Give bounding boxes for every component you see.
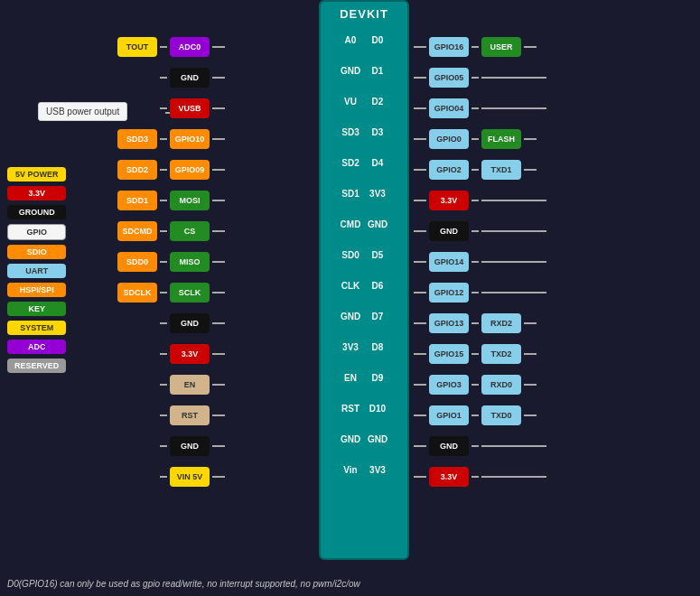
left-inner-chip-8: SCLK (170, 283, 210, 303)
left-line1-0 (160, 46, 167, 48)
left-spacer-11 (117, 375, 157, 395)
right-pin-row-13: GND (414, 431, 546, 461)
right-line3-10 (524, 353, 537, 355)
board-right-label-6: GND (364, 219, 391, 229)
left-spacer-9 (117, 313, 157, 333)
board-left-label-13: GND (337, 434, 364, 444)
right-pin-row-8: GPIO12 (414, 277, 546, 308)
right-inner-chip-9: GPIO13 (429, 313, 469, 333)
board-row-12: RSTD10 (331, 393, 397, 424)
right-inner-chip-10: GPIO15 (429, 344, 469, 364)
left-inner-chip-12: RST (170, 405, 210, 425)
left-line1-2 (160, 107, 167, 109)
board-right-label-0: D0 (364, 35, 391, 45)
board-left-label-5: SD1 (337, 189, 364, 199)
left-pin-row-5: SDD1MOSI (117, 185, 225, 216)
right-pin-row-2: GPIO04 (414, 93, 546, 124)
left-line1-8 (160, 292, 167, 293)
left-inner-chip-7: MISO (170, 252, 210, 272)
board-row-5: SD13V3 (331, 178, 397, 209)
right-line3-0 (524, 46, 537, 48)
legend-item-adc: ADC (7, 340, 66, 354)
left-line1-10 (160, 353, 167, 355)
left-spacer-12 (117, 405, 157, 425)
left-inner-chip-4: GPIO09 (170, 160, 210, 180)
board-row-0: A0D0 (331, 24, 397, 55)
left-line1-14 (160, 476, 167, 478)
left-line1-4 (160, 169, 167, 171)
left-pin-row-12: RST (117, 400, 225, 431)
right-inner-chip-4: GPIO2 (429, 160, 469, 180)
left-outer-chip-0: TOUT (117, 37, 157, 57)
left-line2-0 (212, 46, 225, 48)
board-row-10: 3V3D8 (331, 331, 397, 362)
left-line2-13 (212, 445, 225, 447)
board-right-label-9: D7 (364, 312, 391, 321)
right-line3-7 (481, 261, 546, 263)
right-line3-3 (524, 138, 537, 140)
left-line2-8 (212, 292, 225, 293)
legend-item-system: SYSTEM (7, 321, 66, 335)
legend-item-sdio: SDIO (7, 245, 66, 259)
right-inner-chip-3: GPIO0 (429, 129, 469, 149)
right-line2-10 (471, 353, 479, 355)
left-line1-7 (160, 261, 167, 263)
right-outer-chip-12: TXD0 (481, 405, 521, 425)
left-inner-chip-9: GND (170, 313, 210, 333)
left-inner-chip-11: EN (170, 375, 210, 395)
usb-label-box: USB power output (38, 102, 127, 121)
board-right-label-4: D4 (364, 158, 391, 168)
right-line1-2 (414, 107, 426, 109)
right-inner-chip-0: GPIO16 (429, 37, 469, 57)
left-line1-5 (160, 200, 167, 201)
board-left-label-12: RST (337, 404, 364, 414)
right-line2-1 (471, 77, 479, 79)
left-inner-chip-2: VUSB (170, 98, 210, 118)
right-pin-row-1: GPIO05 (414, 62, 546, 93)
right-line1-9 (414, 322, 426, 324)
left-pin-row-13: GND (117, 431, 225, 461)
left-spacer-2 (117, 98, 157, 118)
right-inner-chip-13: GND (429, 436, 469, 456)
right-line1-8 (414, 292, 426, 293)
right-inner-chip-11: GPIO3 (429, 375, 469, 395)
left-pin-row-7: SDD0MISO (117, 247, 225, 277)
board-right-label-11: D9 (364, 373, 391, 383)
left-pin-row-10: 3.3V (117, 339, 225, 369)
board-right-label-1: D1 (364, 66, 391, 76)
right-line2-6 (471, 230, 479, 232)
right-line3-1 (481, 77, 546, 79)
right-pin-row-3: GPIO0FLASH (414, 124, 546, 154)
right-line3-13 (481, 445, 546, 447)
left-inner-chip-3: GPIO10 (170, 129, 210, 149)
left-pin-row-3: SDD3GPIO10 (117, 124, 225, 154)
right-pin-row-0: GPIO16USER (414, 32, 546, 62)
right-pin-row-4: GPIO2TXD1 (414, 154, 546, 185)
left-inner-chip-5: MOSI (170, 191, 210, 210)
left-line2-5 (212, 200, 225, 201)
board-left-label-6: CMD (337, 219, 364, 229)
legend: 5V POWER3.3VGROUNDGPIOSDIOUARTHSPI/SPIKE… (7, 167, 66, 373)
right-pin-row-7: GPIO14 (414, 247, 546, 277)
right-outer-chip-0: USER (481, 37, 521, 57)
left-line1-3 (160, 138, 167, 140)
board-row-4: SD2D4 (331, 147, 397, 178)
board-right-label-2: D2 (364, 97, 391, 107)
right-line1-0 (414, 46, 426, 48)
board-row-7: SD0D5 (331, 239, 397, 270)
board-row-9: GNDD7 (331, 301, 397, 331)
right-line1-12 (414, 414, 426, 416)
right-inner-chip-6: GND (429, 221, 469, 241)
right-line1-11 (414, 384, 426, 386)
right-line2-12 (471, 414, 479, 416)
left-pin-row-0: TOUTADC0 (117, 32, 225, 62)
right-line3-11 (524, 384, 537, 386)
board-right-label-5: 3V3 (364, 189, 391, 199)
right-line2-4 (471, 169, 479, 171)
left-line1-9 (160, 322, 167, 324)
legend-item-uart: UART (7, 264, 66, 278)
right-pin-row-5: 3.3V (414, 185, 546, 216)
right-pin-row-14: 3.3V (414, 461, 546, 492)
left-line1-1 (160, 77, 167, 79)
board-left-label-1: GND (337, 66, 364, 76)
